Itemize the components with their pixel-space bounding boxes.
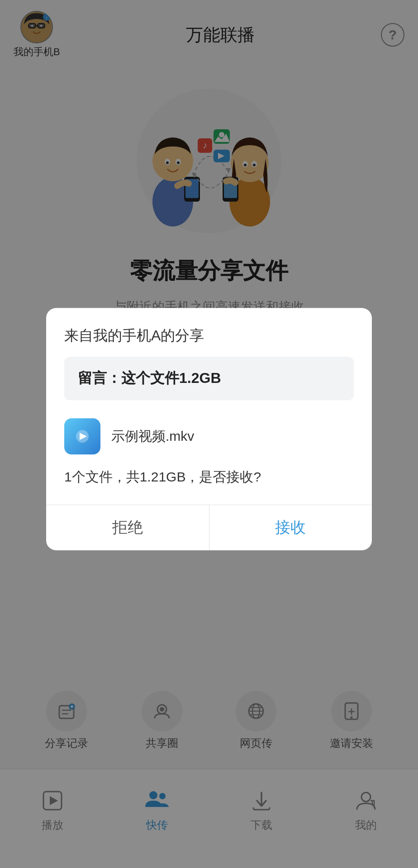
file-name: 示例视频.mkv [111,427,194,446]
dialog-info: 1个文件，共1.21GB，是否接收? [46,468,372,505]
app-screen: ! 我的手机B 万能联播 ? [0,0,418,868]
file-icon [64,418,100,454]
dialog-message-label: 留言： [78,370,121,386]
dialog-message-box: 留言：这个文件1.2GB [64,357,354,400]
dialog: 来自我的手机A的分享 留言：这个文件1.2GB 示例视频.mkv 1个文件，共1… [46,308,372,550]
dialog-message-text: 这个文件1.2GB [121,370,221,386]
reject-button[interactable]: 拒绝 [46,505,209,550]
dialog-file-row: 示例视频.mkv [46,414,372,468]
dialog-header: 来自我的手机A的分享 [46,308,372,357]
dialog-title: 来自我的手机A的分享 [64,327,204,344]
dialog-actions: 拒绝 接收 [46,505,372,550]
accept-button[interactable]: 接收 [209,505,372,550]
